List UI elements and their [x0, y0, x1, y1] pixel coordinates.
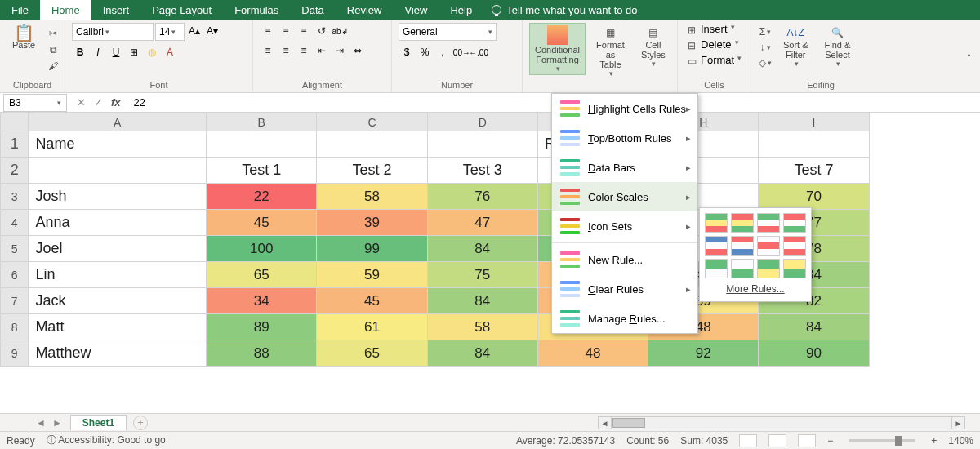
enter-formula-icon[interactable]: ✓ [94, 96, 103, 109]
more-rules-link[interactable]: More Rules... [705, 278, 806, 296]
fill-icon[interactable]: ↓▾ [758, 40, 773, 55]
cell[interactable]: 22 [207, 184, 317, 210]
tab-page-layout[interactable]: Page Layout [140, 0, 223, 20]
cell[interactable]: 65 [317, 340, 427, 367]
align-center-icon[interactable]: ≡ [278, 42, 294, 59]
cell[interactable]: Matthew [29, 340, 207, 367]
add-sheet-button[interactable]: ＋ [133, 416, 148, 430]
indent-inc-icon[interactable]: ⇥ [332, 42, 348, 59]
underline-button[interactable]: U [108, 44, 124, 60]
cell[interactable]: Test 3 [427, 158, 537, 184]
paste-button[interactable]: 📋 Paste [7, 23, 41, 52]
cell[interactable] [29, 158, 207, 184]
align-left-icon[interactable]: ≡ [260, 42, 276, 59]
font-color-button[interactable]: A [162, 44, 178, 60]
col-header[interactable]: A [29, 113, 207, 131]
cf-menu-item[interactable]: Clear Rules ▸ [552, 274, 697, 304]
tab-insert[interactable]: Insert [91, 0, 141, 20]
cell[interactable]: Test 7 [759, 158, 869, 184]
cell[interactable]: 65 [207, 262, 317, 288]
cell[interactable]: 48 [537, 340, 648, 367]
color-scale-option[interactable] [705, 259, 728, 278]
worksheet-grid[interactable]: ABCDEHI1NameR2Test 1Test 2Test 3Test 4Te… [0, 113, 980, 367]
row-header[interactable]: 4 [1, 210, 29, 236]
scroll-thumb[interactable] [612, 418, 645, 428]
cell[interactable]: 84 [427, 340, 537, 367]
comma-icon[interactable]: , [434, 44, 451, 60]
cell[interactable]: 47 [427, 210, 537, 236]
cell[interactable]: 100 [207, 236, 317, 262]
cell[interactable]: 45 [207, 210, 317, 236]
cell[interactable]: 59 [317, 262, 427, 288]
format-cells-button[interactable]: ▭Format▾ [684, 54, 742, 69]
cf-menu-item[interactable]: New Rule... [552, 245, 697, 274]
view-page-break-icon[interactable] [798, 434, 816, 447]
align-middle-icon[interactable]: ≡ [278, 23, 294, 39]
format-painter-icon[interactable]: 🖌 [46, 59, 60, 73]
align-right-icon[interactable]: ≡ [296, 42, 312, 59]
tab-formulas[interactable]: Formulas [223, 0, 290, 20]
cut-icon[interactable]: ✂ [46, 26, 60, 41]
cell[interactable]: 34 [207, 288, 317, 314]
tell-me[interactable]: Tell me what you want to do [483, 0, 645, 20]
cell[interactable]: 45 [317, 288, 427, 314]
cell[interactable]: 76 [427, 184, 537, 210]
col-header[interactable]: C [317, 113, 427, 131]
dec-decimal-icon[interactable]: ←.00 [470, 44, 487, 60]
cell[interactable]: 58 [427, 314, 537, 340]
zoom-out-icon[interactable]: − [827, 435, 833, 447]
color-scale-option[interactable] [783, 213, 806, 233]
tab-view[interactable]: View [393, 0, 439, 20]
zoom-level[interactable]: 140% [948, 435, 973, 447]
cell[interactable]: Matt [29, 314, 207, 340]
merge-center-icon[interactable]: ⇔ [350, 42, 366, 59]
name-box[interactable]: B3▾ [3, 94, 67, 112]
cell[interactable]: 70 [759, 184, 869, 210]
cf-menu-item[interactable]: Manage Rules... [552, 304, 697, 333]
sheet-tab-active[interactable]: Sheet1 [70, 415, 127, 430]
sort-filter-button[interactable]: A↓Z Sort & Filter▾ [777, 23, 814, 70]
align-top-icon[interactable]: ≡ [260, 23, 276, 39]
col-header[interactable]: B [207, 113, 317, 131]
font-size-select[interactable]: 14▾ [155, 23, 185, 41]
inc-decimal-icon[interactable]: .00→ [452, 44, 469, 60]
cell[interactable]: 92 [648, 340, 759, 367]
zoom-in-icon[interactable]: + [931, 435, 937, 447]
cell[interactable]: 90 [759, 340, 869, 367]
wrap-text-icon[interactable]: ab↲ [332, 23, 348, 39]
percent-icon[interactable]: % [416, 44, 433, 60]
row-header[interactable]: 7 [1, 288, 29, 314]
horizontal-scrollbar[interactable]: ◄ ► [598, 416, 965, 429]
font-family-select[interactable]: Calibri▾ [72, 23, 154, 41]
autosum-icon[interactable]: Σ▾ [758, 24, 773, 39]
border-button[interactable]: ⊞ [126, 44, 142, 60]
cell[interactable]: Test 1 [207, 158, 317, 184]
cell[interactable]: 89 [207, 314, 317, 340]
tab-home[interactable]: Home [40, 0, 91, 20]
cell[interactable]: Josh [29, 184, 207, 210]
cf-menu-item[interactable]: Data Bars ▸ [552, 153, 697, 182]
col-header[interactable]: D [427, 113, 537, 131]
color-scale-option[interactable] [783, 259, 806, 278]
sheet-nav-prev-icon[interactable]: ◄ [33, 417, 49, 429]
color-scale-option[interactable] [757, 259, 780, 278]
tab-file[interactable]: File [0, 0, 40, 20]
cf-menu-item[interactable]: Highlight Cells Rules ▸ [552, 94, 697, 123]
cf-menu-item[interactable]: Icon Sets ▸ [552, 211, 697, 241]
conditional-formatting-button[interactable]: Conditional Formatting▾ [529, 23, 586, 75]
sheet-nav-next-icon[interactable]: ► [49, 417, 65, 429]
cell[interactable]: 84 [427, 288, 537, 314]
cf-menu-item[interactable]: Top/Bottom Rules ▸ [552, 123, 697, 153]
view-normal-icon[interactable] [739, 434, 757, 447]
row-header[interactable]: 5 [1, 236, 29, 262]
collapse-ribbon-icon[interactable]: ˄ [966, 52, 972, 65]
cell[interactable]: 84 [427, 236, 537, 262]
number-format-select[interactable]: General▾ [399, 23, 497, 41]
select-all-corner[interactable] [1, 113, 29, 131]
bold-button[interactable]: B [72, 44, 88, 60]
currency-icon[interactable]: $ [399, 44, 415, 60]
row-header[interactable]: 1 [1, 131, 29, 158]
color-scale-option[interactable] [757, 236, 780, 256]
color-scale-option[interactable] [731, 236, 754, 256]
cell[interactable]: Lin [29, 262, 207, 288]
